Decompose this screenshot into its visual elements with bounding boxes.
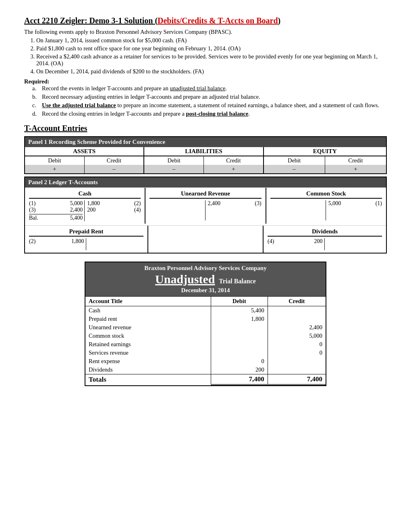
- required-c: c. Use the adjusted trial balance to pre…: [32, 102, 387, 109]
- required-a: a. Record the events in ledger T-account…: [32, 85, 387, 92]
- title-prefix: Acct 2210 Zeigler: Demo 3-1 Solution (: [24, 16, 158, 25]
- div-d1-val: 200: [314, 238, 323, 245]
- dividends-credits: [325, 238, 382, 250]
- tb-account-cell: Unearned revenue: [85, 323, 211, 332]
- assets-label: ASSETS: [25, 147, 144, 156]
- cash-debits: (1) 5,000 (3) 2,400 Bal. 5,400: [29, 200, 85, 221]
- tb-account-cell: Rent expense: [85, 357, 211, 366]
- prepaid-rent-debits: (2) 1,800: [29, 238, 86, 250]
- pr-d1-val: 1,800: [71, 238, 84, 245]
- assets-credit-sign: –: [84, 165, 144, 174]
- tb-table: Account Title Debit Credit Cash5,400Prep…: [85, 296, 326, 385]
- cs-c1-val: 5,000: [328, 200, 341, 207]
- panel1-header: Panel 1 Recording Scheme Provided for Co…: [25, 137, 386, 147]
- common-stock-debits: [270, 200, 326, 220]
- cash-balance: Bal. 5,400: [29, 214, 83, 221]
- tb-company: Braxton Personnel Advisory Services Comp…: [87, 265, 324, 272]
- cash-credit-2: 200 (4): [87, 207, 141, 213]
- common-stock-entries: 5,000 (1): [270, 200, 382, 220]
- cash-debit-1: (1) 5,000: [29, 200, 83, 207]
- unearned-revenue-name: Unearned Revenue: [149, 190, 261, 199]
- panel2-top-row: Cash (1) 5,000 (3) 2,400 Bal. 5,400: [25, 187, 386, 224]
- required-section: Required: a. Record the events in ledger…: [24, 78, 387, 117]
- event-4: On December 1, 2014, paid dividends of $…: [36, 68, 387, 75]
- event-3: Received a $2,400 cash advance as a reta…: [36, 53, 387, 67]
- common-stock-name: Common Stock: [270, 190, 382, 199]
- required-label: Required:: [24, 78, 50, 85]
- unearned-c1-ref: (3): [255, 200, 261, 207]
- title-suffix: ): [278, 16, 281, 25]
- pr-d1-ref: (2): [29, 238, 35, 245]
- tb-debit-cell: [211, 332, 268, 340]
- common-stock-credits: 5,000 (1): [326, 200, 382, 220]
- pr-debit-1: (2) 1,800: [29, 238, 84, 245]
- liabilities-debit-label: Debit: [144, 156, 203, 165]
- tb-credit-cell: [268, 306, 326, 315]
- tb-debit-cell: [211, 349, 268, 357]
- prepaid-rent-entries: (2) 1,800: [29, 238, 143, 250]
- liabilities-debit-sign: –: [144, 165, 203, 174]
- tb-credit-cell: [268, 315, 326, 323]
- t-account-section-title: T-Account Entries: [24, 124, 387, 133]
- tb-row: Services revenue0: [85, 349, 326, 357]
- tb-account-cell: Services revenue: [85, 349, 211, 357]
- tb-col-debit: Debit: [211, 297, 268, 306]
- dividends-entries: (4) 200: [268, 238, 382, 250]
- required-list: a. Record the events in ledger T-account…: [32, 85, 387, 117]
- required-d: d. Record the closing entries in ledger …: [32, 110, 387, 117]
- event-2: Paid $1,800 cash to rent office space fo…: [36, 45, 387, 52]
- unearned-c1-val: 2,400: [208, 200, 221, 207]
- tb-row: Prepaid rent1,800: [85, 315, 326, 323]
- div-d1-ref: (4): [268, 238, 274, 245]
- tb-credit-cell: 2,400: [268, 323, 326, 332]
- cash-credits: 1,800 (2) 200 (4): [85, 200, 141, 221]
- tb-title-big: Unadjusted: [155, 272, 215, 286]
- liabilities-credit-label: Credit: [203, 156, 263, 165]
- tb-title-sub: Trial Balance: [219, 278, 256, 285]
- tb-row: Totals7,4007,400: [85, 374, 326, 385]
- tb-row: Rent expense0: [85, 357, 326, 366]
- assets-credit-label: Credit: [84, 156, 144, 165]
- tb-credit-cell: [268, 366, 326, 374]
- prepaid-rent-credits: [86, 238, 144, 250]
- title-highlight: Debits/Credits & T-Accts on Board: [158, 16, 278, 25]
- cash-bal-val: 5,400: [70, 215, 83, 221]
- div-debit-1: (4) 200: [268, 238, 323, 245]
- cash-d1-val: 5,000: [70, 200, 83, 207]
- cash-credit-1: 1,800 (2): [87, 200, 141, 207]
- cs-c1-ref: (1): [376, 200, 382, 207]
- assets-debit-sign: +: [25, 165, 84, 174]
- tb-credit-cell: 0: [268, 349, 326, 357]
- dividends-taccount: Dividends (4) 200: [264, 226, 386, 253]
- common-stock-taccount: Common Stock 5,000 (1): [266, 188, 386, 224]
- cash-c1-val: 1,800: [87, 200, 100, 207]
- event-1: On January 1, 2014, issued common stock …: [36, 37, 387, 44]
- unearned-revenue-entries: 2,400 (3): [149, 200, 261, 220]
- tb-row: Retained earnings0: [85, 340, 326, 349]
- tb-date: December 31, 2014: [87, 287, 324, 294]
- required-b: b. Record necessary adjusting entries in…: [32, 94, 387, 100]
- tb-row: Common stock5,000: [85, 332, 326, 340]
- tb-account-cell: Common stock: [85, 332, 211, 340]
- unearned-credit-1: 2,400 (3): [208, 200, 262, 207]
- prepaid-rent-name: Prepaid Rent: [29, 228, 143, 237]
- tb-row: Unearned revenue2,400: [85, 323, 326, 332]
- dividends-debits: (4) 200: [268, 238, 325, 250]
- cash-entries: (1) 5,000 (3) 2,400 Bal. 5,400 1,800: [29, 200, 141, 221]
- panel1-table: Panel 1 Recording Scheme Provided for Co…: [24, 136, 387, 174]
- dividends-name: Dividends: [268, 228, 382, 237]
- tb-header: Braxton Personnel Advisory Services Comp…: [85, 262, 326, 296]
- tb-debit-cell: [211, 323, 268, 332]
- tb-credit-cell: 5,000: [268, 332, 326, 340]
- cash-d1-ref: (1): [29, 200, 35, 207]
- prepaid-rent-taccount: Prepaid Rent (2) 1,800: [25, 226, 148, 253]
- intro-text: The following events apply to Braxton Pe…: [24, 29, 387, 35]
- tb-account-cell: Retained earnings: [85, 340, 211, 349]
- cash-d2-val: 2,400: [70, 207, 83, 213]
- unearned-credits: 2,400 (3): [206, 200, 262, 220]
- cash-bal-label: Bal.: [29, 215, 38, 221]
- panel2-container: Panel 2 Ledger T-Accounts Cash (1) 5,000…: [24, 177, 387, 254]
- liabilities-credit-sign: +: [203, 165, 263, 174]
- cash-c2-val: 200: [87, 207, 95, 213]
- main-title: Acct 2210 Zeigler: Demo 3-1 Solution (De…: [24, 16, 387, 25]
